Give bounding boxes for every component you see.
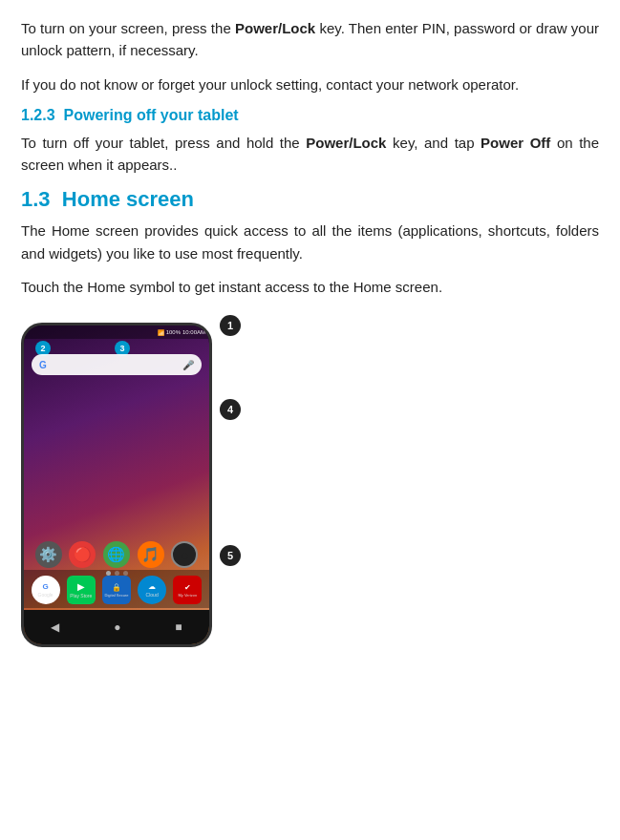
section-num-1-2-3: 1.2.3	[21, 107, 55, 123]
section-title-1-2-3: Powering off your tablet	[63, 107, 238, 123]
dock-google[interactable]: G Google	[32, 576, 60, 604]
power-lock-bold-1: Power/Lock	[235, 20, 315, 36]
dock-digital-secure[interactable]: 🔒 Digital Secure	[102, 576, 131, 604]
google-logo: G	[39, 360, 47, 370]
mic-icon: 🎤	[182, 360, 194, 370]
callout-4: 4	[220, 399, 241, 420]
status-icons: 📶 100% 10:00AM	[158, 329, 205, 336]
section-heading-1-3: 1.3 Home screen	[21, 187, 599, 212]
tray-icon-dark[interactable]: ●	[171, 541, 198, 568]
tray-icon-orange[interactable]: 🎵	[138, 541, 164, 568]
nav-bar: ◀ ● ■	[24, 610, 209, 644]
tray-icon-settings[interactable]: ⚙️	[35, 541, 62, 568]
time-display: 10:00AM	[182, 329, 205, 335]
dock-area: G Google ▶ Play Store 🔒 Digital Secure ☁…	[24, 570, 209, 608]
tray-icon-chrome[interactable]: 🌐	[103, 541, 130, 568]
callout-1: 1	[220, 315, 241, 336]
back-button[interactable]: ◀	[51, 620, 59, 634]
para3-mid: key, and tap	[386, 135, 481, 151]
para1-text: To turn on your screen, press the	[21, 20, 235, 36]
tray-icon-bar: ⚙️ 🔴 🌐 🎵 ●	[24, 541, 209, 568]
home-button[interactable]: ●	[114, 620, 120, 634]
status-bar: 📶 100% 10:00AM	[24, 326, 209, 339]
power-lock-bold-2: Power/Lock	[306, 135, 386, 151]
dock-cloud[interactable]: ☁ Cloud	[138, 576, 166, 604]
battery-icon: 100%	[166, 329, 181, 335]
search-bar-area: G 🎤	[32, 354, 202, 375]
paragraph-1: To turn on your screen, press the Power/…	[21, 17, 599, 62]
tray-icon-red[interactable]: 🔴	[69, 541, 96, 568]
signal-icon: 📶	[158, 329, 164, 336]
paragraph-2: If you do not know or forget your unlock…	[21, 74, 599, 95]
dock-myverizon[interactable]: ✔ My Verizon	[173, 576, 202, 604]
section-title-1-3: Home screen	[62, 187, 194, 211]
dock-icons-row: G Google ▶ Play Store 🔒 Digital Secure ☁…	[28, 576, 205, 604]
phone-mockup: 1 4 5 📶 100% 10:00AM 2 3 G 🎤	[21, 323, 212, 647]
phone-screen: 📶 100% 10:00AM 2 3 G 🎤	[24, 326, 209, 644]
power-off-bold: Power Off	[481, 135, 550, 151]
para3-start: To turn off your tablet, press and hold …	[21, 135, 306, 151]
section-heading-1-2-3: 1.2.3 Powering off your tablet	[21, 107, 599, 124]
paragraph-3: To turn off your tablet, press and hold …	[21, 132, 599, 177]
paragraph-4: The Home screen provides quick access to…	[21, 220, 599, 264]
phone-frame: 📶 100% 10:00AM 2 3 G 🎤	[21, 323, 212, 647]
google-search-bar[interactable]: G 🎤	[32, 354, 202, 375]
callout-5: 5	[220, 545, 241, 566]
recents-button[interactable]: ■	[175, 620, 182, 634]
section-num-1-3: 1.3	[21, 187, 51, 211]
paragraph-5: Touch the Home symbol to get instant acc…	[21, 276, 599, 298]
dock-playstore[interactable]: ▶ Play Store	[67, 576, 96, 604]
